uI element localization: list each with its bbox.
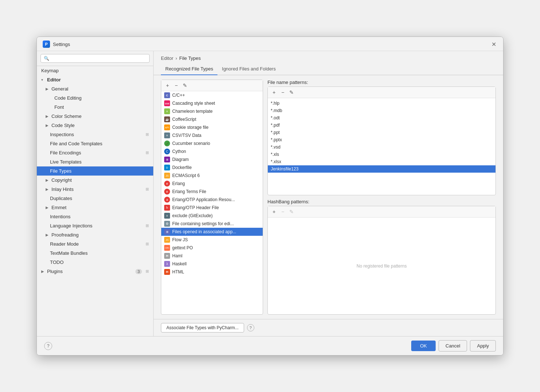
- pattern-item[interactable]: *.pptx: [268, 136, 495, 143]
- file-type-item-cookie[interactable]: API Cookie storage file: [161, 123, 263, 131]
- close-button[interactable]: ✕: [490, 41, 497, 48]
- sidebar-item-keymap[interactable]: Keymap: [37, 66, 153, 75]
- pattern-item[interactable]: *.odt: [268, 114, 495, 122]
- sidebar-item-inspections[interactable]: Inspections ⊞: [37, 130, 153, 139]
- sidebar-item-duplicates[interactable]: Duplicates: [37, 194, 153, 203]
- file-type-item-chameleon[interactable]: ≡ Chameleon template: [161, 107, 263, 115]
- file-type-item-ecma6[interactable]: JS ECMAScript 6: [161, 172, 263, 180]
- hashbang-pattern-section: HashBang patterns: + − ✎ No registered f…: [267, 199, 496, 315]
- file-type-item-flowjs[interactable]: JS Flow JS: [161, 236, 263, 244]
- edit-hashbang-button[interactable]: ✎: [288, 208, 296, 216]
- file-type-item-gitexclude[interactable]: ≡ exclude (GitExclude): [161, 212, 263, 220]
- sidebar-item-file-types[interactable]: File Types: [37, 166, 153, 176]
- search-input[interactable]: [40, 54, 150, 63]
- settings-indicator: ⊞: [146, 132, 149, 137]
- pattern-item[interactable]: *.xls: [268, 151, 495, 158]
- sidebar-item-label: Live Templates: [50, 159, 81, 165]
- file-type-label: exclude (GitExclude): [172, 213, 213, 218]
- file-type-item-files-assoc[interactable]: ⊞ Files opened in associated app...: [161, 228, 263, 236]
- sidebar: Keymap ▾ Editor ▶ General Code Editing F…: [37, 51, 154, 336]
- sidebar-item-label: Reader Mode: [50, 241, 79, 247]
- add-file-type-button[interactable]: +: [163, 81, 171, 89]
- file-type-item-diagram[interactable]: ⊞ Diagram: [161, 155, 263, 164]
- apply-button[interactable]: Apply: [470, 340, 496, 351]
- file-type-item-haml[interactable]: H Haml: [161, 252, 263, 260]
- sidebar-item-code-editing[interactable]: Code Editing: [37, 93, 153, 103]
- file-type-item-dockerfile[interactable]: D Dockerfile: [161, 164, 263, 172]
- add-pattern-button[interactable]: +: [270, 88, 278, 96]
- sidebar-item-textmate-bundles[interactable]: TextMate Bundles: [37, 249, 153, 258]
- sidebar-item-emmet[interactable]: ▶ Emmet: [37, 203, 153, 212]
- file-type-item-erlang[interactable]: e Erlang: [161, 180, 263, 188]
- sidebar-item-reader-mode[interactable]: Reader Mode ⊞: [37, 239, 153, 249]
- sidebar-item-code-style[interactable]: ▶ Code Style: [37, 121, 153, 130]
- sidebar-item-font[interactable]: Font: [37, 103, 153, 112]
- sidebar-item-copyright[interactable]: ▶ Copyright: [37, 176, 153, 185]
- sidebar-item-label: TODO: [50, 260, 63, 265]
- file-type-label: HTML: [172, 269, 184, 274]
- tab-recognized[interactable]: Recognized File Types: [161, 64, 217, 75]
- file-type-item-file-settings[interactable]: ⚙ File containing settings for edi...: [161, 220, 263, 228]
- sidebar-item-general[interactable]: ▶ General: [37, 84, 153, 93]
- files-assoc-icon: ⊞: [164, 229, 170, 235]
- edit-file-type-button[interactable]: ✎: [181, 81, 189, 89]
- file-type-item-cpp[interactable]: C C/C++: [161, 91, 263, 99]
- footer-help-icon[interactable]: ?: [44, 342, 52, 350]
- sidebar-item-editor[interactable]: ▾ Editor: [37, 75, 153, 84]
- sidebar-item-file-code-templates[interactable]: File and Code Templates: [37, 139, 153, 148]
- associate-file-types-button[interactable]: Associate File Types with PyCharm...: [161, 323, 244, 333]
- ok-button[interactable]: OK: [411, 341, 436, 351]
- file-type-item-cython[interactable]: C Cython: [161, 147, 263, 155]
- file-type-label: Diagram: [172, 157, 189, 162]
- pattern-item-selected[interactable]: Jenkinsfile123: [268, 165, 495, 173]
- file-type-item-haskell[interactable]: λ Haskell: [161, 260, 263, 268]
- remove-file-type-button[interactable]: −: [172, 81, 180, 89]
- edit-pattern-button[interactable]: ✎: [288, 88, 296, 96]
- sidebar-item-label: Editor: [47, 77, 61, 82]
- gettext-icon: i18n: [164, 245, 170, 251]
- breadcrumb-current: File Types: [179, 55, 201, 61]
- plugins-badge: 3: [135, 269, 142, 274]
- file-type-item-gettext[interactable]: i18n gettext PO: [161, 244, 263, 252]
- pattern-item[interactable]: *.ppt: [268, 129, 495, 136]
- sidebar-item-inlay-hints[interactable]: ▶ Inlay Hints ⊞: [37, 185, 153, 194]
- file-type-item-html[interactable]: H HTML: [161, 268, 263, 276]
- sidebar-item-live-templates[interactable]: Live Templates: [37, 157, 153, 166]
- pattern-item[interactable]: *.xlsx: [268, 158, 495, 165]
- file-type-item-erlang-app[interactable]: a Erlang/OTP Application Resou...: [161, 196, 263, 204]
- erlang-header-icon: h: [164, 205, 170, 211]
- remove-pattern-button[interactable]: −: [279, 88, 287, 96]
- expand-arrow: ▶: [46, 187, 49, 191]
- remove-hashbang-button[interactable]: −: [279, 208, 287, 216]
- pattern-item[interactable]: *.mdb: [268, 107, 495, 114]
- file-type-item-csv[interactable]: ≡ CSV/TSV Data: [161, 131, 263, 139]
- sidebar-item-file-encodings[interactable]: File Encodings ⊞: [37, 148, 153, 157]
- associate-help-icon[interactable]: ?: [247, 324, 254, 331]
- pattern-item[interactable]: *.vsd: [268, 143, 495, 151]
- expand-arrow: ▶: [46, 123, 49, 127]
- sidebar-item-color-scheme[interactable]: ▶ Color Scheme: [37, 112, 153, 121]
- file-type-label: Cascading style sheet: [172, 101, 215, 106]
- sidebar-item-intentions[interactable]: Intentions: [37, 212, 153, 221]
- settings-indicator: ⊞: [146, 187, 149, 192]
- add-hashbang-button[interactable]: +: [270, 208, 278, 216]
- cucumber-icon: 🥒: [164, 141, 170, 146]
- sidebar-item-proofreading[interactable]: ▶ Proofreading: [37, 230, 153, 239]
- settings-indicator: ⊞: [146, 223, 149, 228]
- file-type-item-erlang-header[interactable]: h Erlang/OTP Header File: [161, 204, 263, 212]
- pattern-item[interactable]: *.hlp: [268, 100, 495, 107]
- sidebar-item-plugins[interactable]: ▶ Plugins 3 ⊞: [37, 267, 153, 276]
- sidebar-item-label: Intentions: [50, 214, 70, 219]
- file-type-item-css[interactable]: css Cascading style sheet: [161, 99, 263, 107]
- file-type-item-erlang-terms[interactable]: e Erlang Terms File: [161, 188, 263, 196]
- sidebar-item-language-injections[interactable]: Language Injections ⊞: [37, 221, 153, 230]
- file-type-item-coffeescript[interactable]: ☕ CoffeeScript: [161, 115, 263, 123]
- expand-arrow: ▾: [41, 78, 45, 82]
- erlang-icon: e: [164, 181, 170, 187]
- sidebar-item-todo[interactable]: TODO: [37, 258, 153, 267]
- pattern-item[interactable]: *.pdf: [268, 122, 495, 129]
- cython-icon: C: [164, 149, 170, 154]
- cancel-button[interactable]: Cancel: [439, 340, 467, 351]
- tab-ignored[interactable]: Ignored Files and Folders: [217, 64, 280, 75]
- file-type-item-cucumber[interactable]: 🥒 Cucumber scenario: [161, 139, 263, 147]
